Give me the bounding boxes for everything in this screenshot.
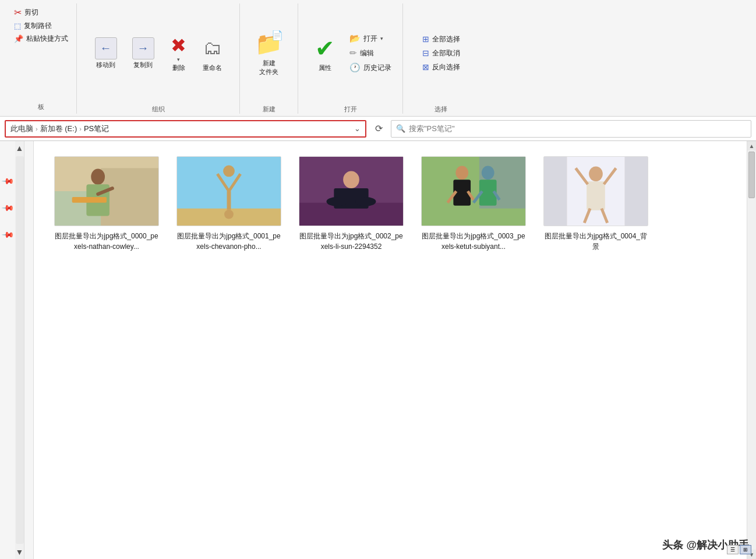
organize-label: 组织 bbox=[152, 103, 165, 114]
file-item[interactable]: 图层批量导出为jpg格式_0001_pexels-chevanon-pho... bbox=[174, 153, 284, 255]
select-buttons: ⊞ 全部选择 ⊟ 全部取消 ⊠ 反向选择 bbox=[419, 3, 464, 103]
thumbnail-image bbox=[422, 156, 525, 226]
new-folder-button[interactable]: 📁 📄 新建 文件夹 bbox=[250, 3, 288, 103]
scroll-up-button[interactable]: ▲ bbox=[13, 141, 27, 155]
file-thumbnail bbox=[421, 156, 526, 226]
history-icon: 🕐 bbox=[349, 62, 361, 73]
pin-icon-3[interactable]: 📌 bbox=[1, 227, 14, 241]
scroll-down-button[interactable]: ▼ bbox=[13, 545, 27, 559]
file-item[interactable]: 图层批量导出为jpg格式_0002_pexels-li-sun-2294352 bbox=[296, 153, 407, 255]
new-buttons: 📁 📄 新建 文件夹 bbox=[250, 3, 288, 103]
pin-area: 📌 📌 📌 bbox=[0, 141, 15, 559]
new-group: 📁 📄 新建 文件夹 新建 bbox=[240, 3, 298, 114]
svg-point-22 bbox=[455, 166, 468, 180]
scroll-up-arrow[interactable]: ▲ bbox=[747, 141, 756, 150]
copy-path-icon: ⬚ bbox=[14, 22, 21, 30]
select-all-icon: ⊞ bbox=[422, 34, 429, 44]
grid-view-button[interactable]: ⊞ bbox=[740, 545, 751, 554]
select-label: 选择 bbox=[434, 103, 447, 114]
pin-icon-2[interactable]: 📌 bbox=[1, 201, 14, 214]
edit-icon: ✏ bbox=[349, 48, 357, 58]
paste-shortcut-icon: 📌 bbox=[14, 34, 23, 43]
rename-icon: 🗂 bbox=[202, 34, 224, 62]
properties-button[interactable]: ✔ 属性 bbox=[306, 3, 344, 103]
new-label: 新建 bbox=[263, 103, 275, 114]
scroll-track bbox=[747, 150, 756, 550]
scroll-thumb[interactable] bbox=[748, 152, 755, 198]
invert-select-icon: ⊠ bbox=[422, 62, 429, 72]
thumbnail-image bbox=[299, 156, 403, 226]
delete-icon: ✖ ▾ bbox=[168, 34, 190, 62]
open-buttons: ✔ 属性 📂 打开 ▾ ✏ 编辑 🕐 历史记录 bbox=[306, 3, 395, 103]
breadcrumb-sep-1: › bbox=[36, 125, 38, 132]
move-to-icon: ← bbox=[95, 37, 117, 59]
clipboard-label: 板 bbox=[10, 100, 72, 111]
svg-point-19 bbox=[355, 197, 376, 206]
select-none-icon: ⊟ bbox=[422, 48, 429, 58]
open-small-group: 📂 打开 ▾ ✏ 编辑 🕐 历史记录 bbox=[346, 3, 395, 103]
file-name: 图层批量导出为jpg格式_0002_pexels-li-sun-2294352 bbox=[299, 231, 403, 252]
svg-point-16 bbox=[343, 171, 359, 188]
svg-point-9 bbox=[224, 210, 234, 219]
rename-button[interactable]: 🗂 重命名 bbox=[197, 3, 228, 103]
refresh-button[interactable]: ⟳ bbox=[370, 120, 387, 138]
file-item[interactable]: 图层批量导出为jpg格式_0000_pexels-nathan-cowley..… bbox=[51, 153, 162, 255]
list-view-button[interactable]: ☰ bbox=[727, 545, 739, 554]
view-buttons: ☰ ⊞ bbox=[727, 545, 751, 554]
file-name: 图层批量导出为jpg格式_0000_pexels-nathan-cowley..… bbox=[55, 231, 158, 252]
organize-group: ← 移动到 → 复制到 bbox=[77, 3, 240, 114]
scroll-track bbox=[16, 156, 24, 544]
open-label: 打开 bbox=[344, 103, 357, 114]
clipboard-group: ✂ 剪切 ⬚ 复制路径 📌 粘贴快捷方式 板 bbox=[6, 3, 77, 114]
file-name: 图层批量导出为jpg格式_0004_背景 bbox=[544, 231, 648, 252]
pin-icon-1[interactable]: 📌 bbox=[1, 174, 14, 187]
open-btn[interactable]: 📂 打开 ▾ bbox=[346, 32, 395, 45]
svg-rect-31 bbox=[544, 157, 567, 226]
svg-point-13 bbox=[223, 166, 235, 177]
delete-button[interactable]: ✖ ▾ 删除 bbox=[163, 3, 195, 103]
edit-button[interactable]: ✏ 编辑 bbox=[346, 47, 395, 59]
breadcrumb-drive-e[interactable]: 新加卷 (E:) bbox=[40, 124, 77, 134]
file-area: 图层批量导出为jpg格式_0000_pexels-nathan-cowley..… bbox=[34, 141, 747, 559]
ribbon: ✂ 剪切 ⬚ 复制路径 📌 粘贴快捷方式 板 ← bbox=[0, 0, 756, 117]
svg-rect-32 bbox=[624, 157, 648, 226]
svg-point-34 bbox=[589, 166, 603, 181]
organize-buttons: ← 移动到 → 复制到 bbox=[89, 3, 228, 103]
file-item[interactable]: 图层批量导出为jpg格式_0003_pexels-ketut-subiyant.… bbox=[418, 153, 529, 255]
history-button[interactable]: 🕐 历史记录 bbox=[346, 61, 395, 74]
copy-to-button[interactable]: → 复制到 bbox=[126, 3, 161, 103]
main-area: 📌 📌 📌 ▲ ▼ bbox=[0, 141, 756, 559]
file-name: 图层批量导出为jpg格式_0001_pexels-chevanon-pho... bbox=[177, 231, 281, 252]
copy-path-button[interactable]: ⬚ 复制路径 bbox=[10, 20, 72, 32]
file-name: 图层批量导出为jpg格式_0003_pexels-ketut-subiyant.… bbox=[422, 231, 525, 252]
file-thumbnail bbox=[176, 156, 281, 226]
addressbar: 此电脑 › 新加卷 (E:) › PS笔记 ⌄ ⟳ 🔍 bbox=[0, 117, 756, 141]
thumbnail-image bbox=[544, 156, 648, 226]
select-group: ⊞ 全部选择 ⊟ 全部取消 ⊠ 反向选择 选择 bbox=[403, 3, 479, 114]
search-input[interactable] bbox=[409, 124, 746, 133]
file-thumbnail bbox=[543, 156, 648, 226]
new-folder-icon: 📁 📄 bbox=[255, 30, 283, 58]
search-box[interactable]: 🔍 bbox=[391, 120, 751, 138]
cut-button[interactable]: ✂ 剪切 bbox=[10, 6, 72, 19]
files-grid: 图层批量导出为jpg格式_0000_pexels-nathan-cowley..… bbox=[51, 153, 729, 255]
breadcrumb[interactable]: 此电脑 › 新加卷 (E:) › PS笔记 ⌄ bbox=[5, 120, 366, 138]
search-icon: 🔍 bbox=[396, 124, 405, 133]
breadcrumb-sep-2: › bbox=[79, 125, 82, 132]
select-small-group: ⊞ 全部选择 ⊟ 全部取消 ⊠ 反向选择 bbox=[419, 3, 464, 103]
breadcrumb-chevron-icon[interactable]: ⌄ bbox=[354, 124, 361, 133]
left-scrollbar: ▲ ▼ bbox=[15, 141, 24, 559]
file-thumbnail bbox=[54, 156, 159, 226]
move-to-button[interactable]: ← 移动到 bbox=[89, 3, 123, 103]
open-icon: 📂 bbox=[349, 33, 361, 44]
select-none-button[interactable]: ⊟ 全部取消 bbox=[419, 47, 464, 59]
paste-shortcut-button[interactable]: 📌 粘贴快捷方式 bbox=[10, 33, 72, 45]
cut-icon: ✂ bbox=[14, 7, 22, 18]
invert-select-button[interactable]: ⊠ 反向选择 bbox=[419, 61, 464, 73]
select-all-button[interactable]: ⊞ 全部选择 bbox=[419, 33, 464, 45]
properties-icon: ✔ bbox=[311, 34, 339, 62]
open-group: ✔ 属性 📂 打开 ▾ ✏ 编辑 🕐 历史记录 bbox=[298, 3, 403, 114]
thumbnail-image bbox=[177, 156, 281, 226]
breadcrumb-this-pc[interactable]: 此电脑 bbox=[10, 124, 33, 134]
file-item[interactable]: 图层批量导出为jpg格式_0004_背景 bbox=[540, 153, 651, 255]
